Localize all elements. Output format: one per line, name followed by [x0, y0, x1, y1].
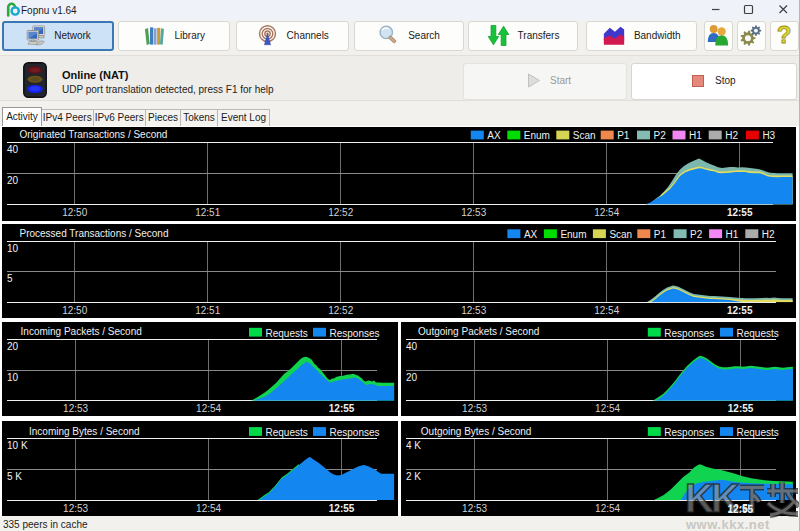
svg-text:10: 10 [7, 372, 19, 383]
svg-text:Scan: Scan [609, 229, 632, 240]
svg-text:H3: H3 [762, 131, 775, 142]
svg-text:12:51: 12:51 [195, 207, 220, 218]
svg-text:10: 10 [7, 243, 19, 254]
svg-text:40: 40 [7, 144, 19, 155]
svg-text:Requests: Requests [736, 427, 778, 438]
svg-text:Requests: Requests [266, 328, 308, 339]
svg-text:4 K: 4 K [406, 440, 421, 451]
svg-text:12:54: 12:54 [196, 502, 221, 513]
svg-text:2 K: 2 K [406, 471, 421, 482]
svg-text:Originated Transactions / Seco: Originated Transactions / Second [20, 130, 168, 141]
svg-text:12:50: 12:50 [62, 305, 87, 316]
svg-text:12:50: 12:50 [62, 207, 87, 218]
svg-text:Responses: Responses [664, 328, 714, 339]
svg-text:H1: H1 [689, 131, 702, 142]
svg-text:5: 5 [7, 274, 13, 285]
svg-text:P2: P2 [690, 229, 703, 240]
svg-text:Outgoing Bytes / Second: Outgoing Bytes / Second [420, 425, 531, 436]
svg-text:20: 20 [7, 341, 19, 352]
svg-text:12:54: 12:54 [196, 403, 221, 414]
svg-text:12:55: 12:55 [727, 305, 753, 316]
svg-text:12:53: 12:53 [63, 403, 88, 414]
svg-text:Responses: Responses [330, 328, 380, 339]
svg-text:Responses: Responses [664, 427, 714, 438]
svg-text:12:54: 12:54 [594, 305, 619, 316]
svg-text:AX: AX [524, 229, 538, 240]
svg-text:12:51: 12:51 [195, 305, 220, 316]
svg-text:Enum: Enum [524, 131, 550, 142]
svg-text:P2: P2 [654, 131, 667, 142]
svg-text:Enum: Enum [560, 229, 586, 240]
svg-text:12:54: 12:54 [595, 403, 620, 414]
svg-text:AX: AX [487, 131, 501, 142]
svg-text:P1: P1 [654, 229, 667, 240]
svg-text:12:53: 12:53 [461, 207, 486, 218]
svg-text:10 K: 10 K [7, 440, 28, 451]
svg-text:Incoming Bytes / Second: Incoming Bytes / Second [29, 425, 140, 436]
svg-text:12:53: 12:53 [462, 403, 487, 414]
svg-text:12:55: 12:55 [727, 207, 753, 218]
svg-text:12:55: 12:55 [727, 403, 753, 414]
svg-text:12:54: 12:54 [594, 207, 619, 218]
svg-text:Scan: Scan [573, 131, 596, 142]
svg-text:H2: H2 [725, 131, 738, 142]
svg-text:12:53: 12:53 [461, 305, 486, 316]
svg-text:?: ? [777, 24, 792, 48]
svg-text:H1: H1 [726, 229, 739, 240]
svg-text:Responses: Responses [330, 427, 380, 438]
svg-text:5 K: 5 K [7, 471, 22, 482]
svg-text:Requests: Requests [266, 427, 308, 438]
svg-text:12:54: 12:54 [595, 502, 620, 513]
svg-text:H2: H2 [762, 229, 775, 240]
svg-text:12:53: 12:53 [462, 502, 487, 513]
svg-text:Processed Transactions / Secon: Processed Transactions / Second [20, 228, 169, 239]
svg-text:Outgoing Packets / Second: Outgoing Packets / Second [418, 327, 539, 338]
svg-text:20: 20 [406, 372, 418, 383]
svg-text:P1: P1 [617, 131, 630, 142]
svg-text:40: 40 [406, 341, 418, 352]
svg-text:12:52: 12:52 [328, 207, 353, 218]
svg-text:20: 20 [7, 176, 19, 187]
svg-text:12:55: 12:55 [329, 502, 355, 513]
svg-text:12:55: 12:55 [329, 403, 355, 414]
svg-text:Incoming Packets / Second: Incoming Packets / Second [21, 327, 142, 338]
svg-text:12:53: 12:53 [63, 502, 88, 513]
svg-text:12:52: 12:52 [328, 305, 353, 316]
svg-text:Requests: Requests [736, 328, 778, 339]
